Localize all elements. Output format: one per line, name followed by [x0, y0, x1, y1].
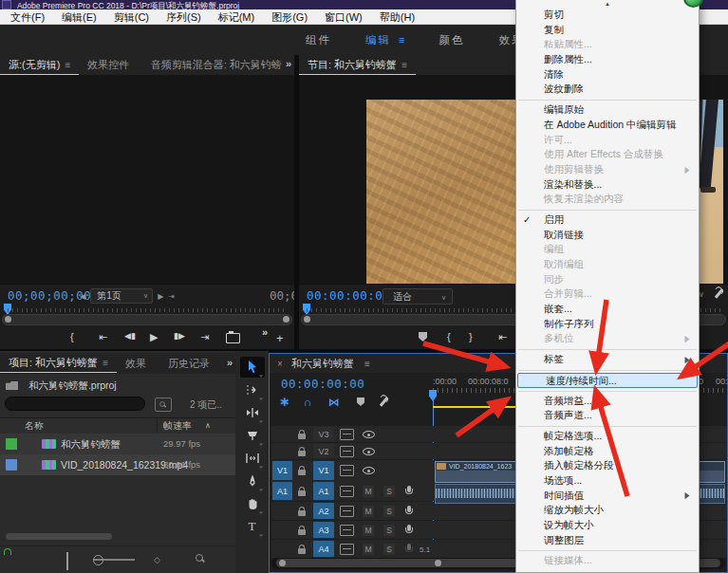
track-mute-button[interactable]: M: [363, 544, 374, 555]
scrollbar-left-handle[interactable]: [304, 316, 310, 323]
context-menu-item[interactable]: ✓ 使用 After Effects 合成替换 ▶: [516, 147, 699, 162]
context-menu-item[interactable]: ✓ 缩放为帧大小 ▶: [516, 503, 699, 518]
context-menu-item[interactable]: ✓ 波纹删除 ▶: [516, 82, 699, 97]
context-menu-item[interactable]: ✓ 多机位 ▶: [516, 331, 699, 346]
menu-bar-item[interactable]: 剪辑(C): [105, 9, 158, 25]
find-icon[interactable]: [155, 397, 172, 412]
goto-in-icon[interactable]: ⇤: [99, 331, 107, 343]
voiceover-mic-icon[interactable]: [404, 544, 414, 555]
track-lock-icon[interactable]: [296, 465, 308, 476]
scrollbar-left-handle[interactable]: [279, 560, 286, 566]
track-target-button[interactable]: A1: [313, 482, 334, 500]
context-menu-item[interactable]: ✓ 启用 ▶: [516, 213, 699, 228]
sort-icon[interactable]: ◇: [154, 555, 160, 564]
scrollbar-right-handle[interactable]: [283, 316, 289, 323]
workspace-tab[interactable]: 组件: [306, 33, 331, 47]
goto-out-icon[interactable]: ⇥: [200, 331, 209, 343]
zoom-slider[interactable]: [93, 553, 140, 564]
settings-wrench-icon[interactable]: [713, 287, 725, 300]
panel-menu-icon[interactable]: ≡: [364, 359, 370, 369]
context-menu-item[interactable]: ✓ 嵌套... ▶: [516, 302, 699, 317]
snap-magnet-icon[interactable]: ∩: [304, 396, 312, 409]
track-select-forward-tool[interactable]: [240, 379, 265, 400]
menu-bar-item[interactable]: 图形(G): [263, 9, 316, 25]
context-menu-item[interactable]: ✓ 编辑原始 ▶: [516, 102, 699, 118]
hand-tool[interactable]: [240, 493, 265, 514]
mark-in-icon[interactable]: {: [70, 331, 74, 342]
menu-scroll-up-icon[interactable]: ▲: [516, 0, 699, 8]
tab-overflow-icon[interactable]: »: [286, 58, 291, 69]
track-lock-icon[interactable]: [296, 446, 308, 457]
track-target-button[interactable]: A4: [313, 541, 334, 557]
play-icon[interactable]: ▶: [150, 331, 158, 343]
track-target-button[interactable]: V3: [313, 427, 334, 441]
page-dropdown[interactable]: 第1页 ∨: [90, 288, 153, 304]
context-menu-item[interactable]: ✓ 粘贴属性... ▶: [516, 37, 699, 52]
scrollbar-left-handle[interactable]: [5, 316, 11, 323]
project-panel-tab[interactable]: 项目: 和六舅钓螃蟹≡: [0, 354, 117, 373]
menu-bar-item[interactable]: 文件(F): [2, 9, 53, 25]
context-menu-item[interactable]: ✓ 在 Adobe Audition 中编辑剪辑 ▶: [516, 118, 699, 133]
context-menu-item[interactable]: ✓ 使用剪辑替换 ▶: [516, 162, 699, 177]
track-output-eye-icon[interactable]: [363, 467, 375, 474]
sync-lock-icon[interactable]: [340, 465, 354, 476]
track-output-eye-icon[interactable]: [363, 431, 375, 438]
context-menu-item[interactable]: ✓ 帧定格选项... ▶: [516, 429, 699, 444]
context-menu-item[interactable]: ✓ 取消编组 ▶: [516, 257, 699, 272]
voiceover-mic-icon[interactable]: [404, 525, 414, 536]
track-solo-button[interactable]: S: [383, 506, 395, 517]
context-menu-item[interactable]: ✓ 插入帧定格分段 ▶: [516, 458, 699, 473]
zoom-level-dropdown[interactable]: 适合 ∨: [383, 288, 453, 305]
page-prev-icon[interactable]: ◀: [80, 292, 85, 301]
menu-bar-item[interactable]: 标记(M): [210, 9, 264, 25]
page-next-icon[interactable]: ▶: [158, 292, 163, 301]
program-panel-tab[interactable]: 节目: 和六舅钓螃蟹≡: [299, 56, 416, 75]
context-menu-item[interactable]: ✓ 渲染和替换... ▶: [516, 177, 699, 193]
type-tool[interactable]: T: [240, 516, 265, 537]
context-menu-item[interactable]: ✓ 删除属性... ▶: [516, 52, 699, 67]
linked-selection-icon[interactable]: ⋈: [328, 396, 340, 409]
source-zoom-scrollbar[interactable]: [2, 314, 292, 325]
pen-tool[interactable]: [240, 471, 265, 491]
context-menu-item[interactable]: ✓ 时间插值 ▶: [516, 489, 699, 504]
razor-tool[interactable]: [240, 425, 265, 446]
project-item-row[interactable]: 和六舅钓螃蟹 29.97 fps: [0, 434, 235, 454]
context-menu-item[interactable]: ✓ 复制 ▶: [516, 23, 699, 38]
selection-tool[interactable]: [240, 357, 265, 378]
search-input[interactable]: [5, 397, 145, 411]
context-menu-item[interactable]: ✓ 清除 ▶: [516, 67, 699, 83]
track-lock-icon[interactable]: [296, 506, 308, 517]
project-panel-tab[interactable]: 历史记录: [159, 355, 223, 373]
export-frame-icon[interactable]: [226, 333, 240, 343]
sync-lock-icon[interactable]: [340, 525, 354, 536]
icon-view-icon[interactable]: [66, 553, 68, 570]
track-target-button[interactable]: A2: [313, 503, 334, 519]
add-marker-icon[interactable]: [419, 332, 427, 342]
context-menu-item[interactable]: ✓ 速度/持续时间... ▶: [517, 373, 698, 388]
step-back-icon[interactable]: ◀▮: [124, 331, 136, 341]
track-solo-button[interactable]: S: [383, 544, 395, 555]
label-color-chip[interactable]: [6, 438, 17, 450]
context-menu-item[interactable]: ✓ 设为帧大小 ▶: [516, 518, 699, 533]
track-target-button[interactable]: V2: [313, 444, 334, 458]
context-menu-item[interactable]: ✓ 音频增益... ▶: [516, 394, 699, 409]
context-menu-item[interactable]: ✓ 添加帧定格 ▶: [516, 444, 699, 459]
track-lock-icon[interactable]: [296, 525, 308, 536]
ripple-edit-tool[interactable]: [240, 402, 265, 423]
project-h-scrollbar[interactable]: [6, 533, 112, 540]
project-list-header[interactable]: 名称 帧速率 ∧: [0, 417, 235, 434]
context-menu-item[interactable]: ✓ 场选项... ▶: [516, 473, 699, 489]
source-panel-tab[interactable]: 效果控件: [79, 56, 142, 74]
menu-bar-item[interactable]: 编辑(E): [53, 9, 105, 25]
mark-in-icon[interactable]: {: [447, 331, 451, 342]
voiceover-mic-icon[interactable]: [404, 506, 414, 517]
close-icon[interactable]: ×: [277, 359, 283, 369]
track-lock-icon[interactable]: [296, 544, 308, 555]
project-item-row[interactable]: VID_20180824_162319.mp4 30.01 fps: [0, 454, 235, 475]
track-output-eye-icon[interactable]: [363, 448, 375, 455]
sync-lock-icon[interactable]: [340, 544, 354, 555]
track-mute-button[interactable]: M: [363, 486, 374, 497]
scrollbar-mid-handle[interactable]: [435, 560, 441, 566]
track-lock-icon[interactable]: [296, 486, 308, 497]
context-menu-item[interactable]: ✓ 标签 ▶: [516, 352, 699, 367]
